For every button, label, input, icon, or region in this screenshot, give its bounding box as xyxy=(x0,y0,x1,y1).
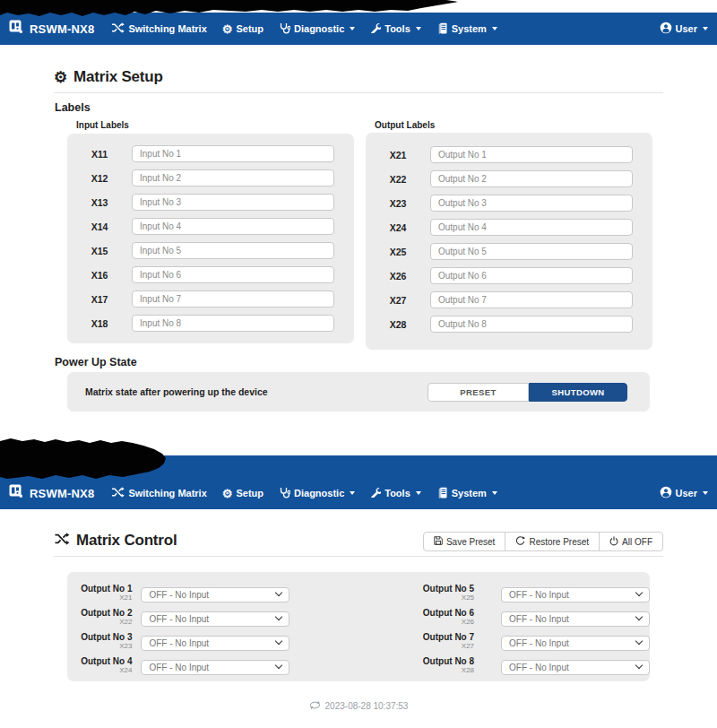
nav-label: Setup xyxy=(236,488,263,498)
input-select-wrap: OFF - No Input xyxy=(501,634,650,649)
nav-items: Switching Matrix ⚙ Setup Diagnostic Tool… xyxy=(111,22,659,36)
power-up-panel: Matrix state after powering up the devic… xyxy=(67,372,650,412)
power-up-heading: Power Up State xyxy=(55,356,137,368)
user-menu[interactable]: User xyxy=(660,486,708,500)
input-select[interactable]: OFF - No Input xyxy=(141,636,289,651)
shutdown-button[interactable]: SHUTDOWN xyxy=(529,383,627,402)
status-footer: 2023-08-28 10:37:53 xyxy=(0,700,717,712)
preset-button[interactable]: PRESET xyxy=(428,383,529,402)
input-select[interactable]: OFF - No Input xyxy=(141,660,289,675)
output-label-row: X22 xyxy=(366,170,652,187)
input-label-field[interactable] xyxy=(132,169,334,186)
input-label-field[interactable] xyxy=(132,242,334,259)
port-id: X22 xyxy=(366,174,430,185)
user-icon xyxy=(660,22,672,36)
input-label-field[interactable] xyxy=(132,145,334,162)
output-labels-panel: X21 X22 X23 X24 X25 X26 X27 X28 xyxy=(366,133,652,350)
shuffle-icon xyxy=(111,22,125,35)
brand-name: RSWM-NX8 xyxy=(30,22,94,36)
output-label: Output No 3X23 xyxy=(67,633,132,650)
input-select[interactable]: OFF - No Input xyxy=(501,660,650,675)
chevron-down-icon xyxy=(703,27,708,30)
nav-setup[interactable]: ⚙ Setup xyxy=(222,23,263,35)
output-route-row: Output No 1X21 OFF - No Input Output No … xyxy=(67,585,650,601)
chevron-down-icon xyxy=(350,27,355,30)
port-id: X16 xyxy=(67,270,132,281)
nav-label: Diagnostic xyxy=(294,23,344,34)
save-preset-button[interactable]: Save Preset xyxy=(423,532,505,551)
power-up-toggle: PRESET SHUTDOWN xyxy=(428,383,627,402)
output-label-field[interactable] xyxy=(430,219,633,236)
nav-diagnostic[interactable]: Diagnostic xyxy=(279,22,355,36)
output-label: Output No 2X22 xyxy=(67,609,132,626)
port-id: X26 xyxy=(366,271,430,282)
button-label: Restore Preset xyxy=(529,537,589,547)
output-label-row: X26 xyxy=(366,267,652,284)
input-label-field[interactable] xyxy=(132,266,334,283)
page-title-setup: ⚙ Matrix Setup xyxy=(54,68,163,86)
input-select[interactable]: OFF - No Input xyxy=(141,587,289,602)
divider xyxy=(54,556,663,557)
system-stack-icon xyxy=(436,487,448,500)
output-label: Output No 6X26 xyxy=(289,609,474,626)
output-label: Output No 7X27 xyxy=(289,633,474,650)
nav-tools[interactable]: Tools xyxy=(370,487,421,499)
shuffle-icon xyxy=(111,487,125,499)
brand-logo-icon xyxy=(9,20,23,38)
port-id: X21 xyxy=(366,150,430,160)
output-label-field[interactable] xyxy=(430,243,633,260)
chevron-down-icon xyxy=(492,491,497,495)
nav-setup[interactable]: ⚙ Setup xyxy=(222,488,263,499)
input-label-field[interactable] xyxy=(132,194,334,211)
page: RSWM-NX8 Switching Matrix ⚙ Setup Diagno… xyxy=(0,0,717,728)
nav-system[interactable]: System xyxy=(436,487,497,500)
input-select[interactable]: OFF - No Input xyxy=(501,587,650,602)
output-label-field[interactable] xyxy=(430,291,633,308)
output-label-field[interactable] xyxy=(430,170,633,187)
nav-diagnostic[interactable]: Diagnostic xyxy=(279,487,355,500)
output-label: Output No 4X24 xyxy=(67,657,132,674)
output-label-field[interactable] xyxy=(430,316,633,333)
nav-label: System xyxy=(452,488,487,498)
port-id: X15 xyxy=(67,246,132,256)
matrix-control-panel: Output No 1X21 OFF - No Input Output No … xyxy=(67,572,650,681)
restore-preset-button[interactable]: Restore Preset xyxy=(505,532,600,551)
nav-tools[interactable]: Tools xyxy=(370,22,421,35)
output-label-field[interactable] xyxy=(430,195,633,212)
input-label-field[interactable] xyxy=(132,218,334,235)
port-id: X11 xyxy=(67,149,132,160)
input-select-wrap: OFF - No Input xyxy=(141,658,289,673)
input-label-row: X12 xyxy=(67,169,354,186)
input-select[interactable]: OFF - No Input xyxy=(141,611,289,627)
output-label: Output No 1X21 xyxy=(67,585,132,602)
all-off-button[interactable]: All OFF xyxy=(599,532,663,551)
nav-label: Switching Matrix xyxy=(128,23,206,34)
port-id: X23 xyxy=(366,198,430,209)
output-label-field[interactable] xyxy=(430,267,633,284)
nav-switching-matrix[interactable]: Switching Matrix xyxy=(111,22,206,35)
output-label: Output No 8X28 xyxy=(289,657,474,674)
brand-link[interactable]: RSWM-NX8 xyxy=(9,20,94,38)
input-labels-panel: X11 X12 X13 X14 X15 X16 X17 X18 xyxy=(67,134,354,343)
input-label-row: X17 xyxy=(67,290,354,308)
power-icon xyxy=(609,536,618,548)
user-menu[interactable]: User xyxy=(660,22,708,36)
gear-icon: ⚙ xyxy=(54,70,67,85)
input-label-row: X18 xyxy=(67,315,354,332)
output-label: Output No 5X25 xyxy=(289,585,474,602)
brand-link[interactable]: RSWM-NX8 xyxy=(9,484,94,502)
input-select-wrap: OFF - No Input xyxy=(141,610,289,625)
input-label-field[interactable] xyxy=(132,290,334,308)
nav-system[interactable]: System xyxy=(436,22,497,36)
timestamp: 2023-08-28 10:37:53 xyxy=(325,701,409,711)
input-select[interactable]: OFF - No Input xyxy=(501,636,650,651)
wrench-icon xyxy=(370,22,381,35)
button-label: Save Preset xyxy=(446,537,495,547)
nav-switching-matrix[interactable]: Switching Matrix xyxy=(111,487,206,499)
input-select-wrap: OFF - No Input xyxy=(141,634,289,649)
input-label-field[interactable] xyxy=(132,315,334,332)
output-label-field[interactable] xyxy=(430,146,633,163)
input-select[interactable]: OFF - No Input xyxy=(501,611,650,627)
input-select-wrap: OFF - No Input xyxy=(141,585,289,601)
input-label-row: X16 xyxy=(67,266,354,283)
